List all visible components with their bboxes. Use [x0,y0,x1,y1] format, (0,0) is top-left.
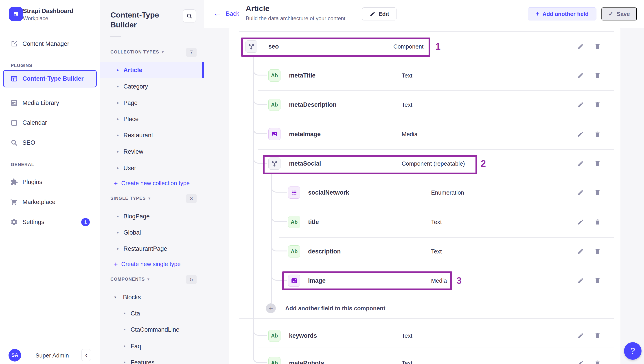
collection-types-header[interactable]: COLLECTION TYPES ▾ [110,49,164,55]
annotation-number-1: 1 [435,41,440,52]
sidebar-item-media-library[interactable]: Media Library [0,96,100,110]
sidebar-item-calendar[interactable]: Calendar [0,116,100,129]
delete-field-button[interactable] [594,332,601,339]
enumeration-field-icon [288,187,300,199]
delete-field-button[interactable] [594,72,601,79]
field-row-seo: seo Component [229,41,620,53]
sidebar-item-content-type-builder[interactable]: Content-Type Builder [0,72,100,85]
sidebar-item-label: Marketplace [22,199,56,206]
delete-field-button[interactable] [594,160,601,167]
add-field-to-component-button[interactable]: + [266,303,276,313]
text-field-icon: Ab [268,99,280,111]
strapi-dashboard: Strapi Dashboard Workplace Content Manag… [0,0,644,364]
sidebar-item-settings[interactable]: Settings 1 [0,215,100,229]
main-sidebar: Strapi Dashboard Workplace Content Manag… [0,0,100,364]
single-types-header[interactable]: SINGLE TYPES ▾ [110,196,150,201]
delete-field-button[interactable] [594,360,601,364]
delete-field-button[interactable] [594,219,601,225]
edit-field-button[interactable] [577,332,584,339]
delete-field-button[interactable] [594,248,601,255]
nav-group-blocks[interactable]: ▾ Blocks [100,291,204,304]
row-separator [279,208,614,208]
field-row-metadescription: Ab metaDescription Text [229,99,620,111]
edit-field-button[interactable] [577,360,584,364]
bullet-icon: • [117,132,119,139]
strapi-logo[interactable] [9,7,23,21]
nav-item-blogpage[interactable]: • BlogPage [100,210,204,223]
annotation-number-3: 3 [456,275,462,286]
avatar[interactable]: SA [8,349,21,361]
edit-field-button[interactable] [577,43,584,50]
edit-field-button[interactable] [577,248,584,255]
create-collection-type-link[interactable]: + Create new collection type [114,180,190,187]
edit-field-button[interactable] [577,277,584,284]
sidebar-divider [0,340,100,340]
content-header: ← Back Article Build the data architectu… [204,0,644,28]
field-row-socialnetwork: socialNetwork Enumeration [229,187,620,199]
plus-icon: + [269,304,273,312]
search-button[interactable] [183,10,196,23]
nav-item-global[interactable]: • Global [100,226,204,239]
puzzle-icon [10,178,18,186]
nav-item-place[interactable]: • Place [100,112,204,126]
add-field-to-component-label[interactable]: Add another field to this component [285,305,385,312]
field-row-metarobots: Ab metaRobots Text [229,357,620,364]
edit-field-button[interactable] [577,72,584,79]
create-single-type-link[interactable]: + Create new single type [114,261,181,268]
media-field-icon [288,275,300,287]
delete-field-button[interactable] [594,131,601,137]
edit-field-button[interactable] [577,160,584,167]
nav-item-cta[interactable]: • Cta [100,307,204,320]
edit-field-button[interactable] [577,131,584,137]
components-header[interactable]: COMPONENTS ▾ [110,277,150,282]
back-link[interactable]: Back [226,10,239,17]
sidebar-item-label: Content-Type Builder [22,75,84,82]
search-icon [186,13,192,19]
collapse-sidebar-button[interactable]: ‹ [82,349,91,361]
bullet-icon: • [117,148,119,155]
bullet-icon: • [117,245,119,252]
sidebar-item-plugins[interactable]: Plugins [0,175,100,189]
nav-item-review[interactable]: • Review [100,145,204,158]
chevron-down-icon: ▾ [114,295,116,300]
edit-field-button[interactable] [577,189,584,196]
field-row-image: image Media [229,275,620,287]
sidebar-item-label: Calendar [22,119,47,126]
sidebar-section-plugins: PLUGINS [11,63,32,68]
nav-item-restaurant[interactable]: • Restaurant [100,128,204,142]
delete-field-button[interactable] [594,277,601,284]
sidebar-item-label: Plugins [22,179,42,186]
sidebar-item-label: Settings [22,219,44,226]
delete-field-button[interactable] [594,43,601,50]
chevron-left-icon: ‹ [85,352,87,358]
bullet-icon: • [117,229,119,236]
sidebar-item-marketplace[interactable]: Marketplace [0,195,100,209]
check-icon: ✓ [608,11,614,17]
edit-field-button[interactable] [577,101,584,108]
plus-icon: + [114,261,118,267]
chevron-down-icon: ▾ [148,277,150,281]
nav-item-features[interactable]: • Features [100,356,204,364]
field-row-metasocial: metaSocial Component (repeatable) [229,157,620,170]
edit-field-button[interactable] [577,219,584,225]
nav-item-article[interactable]: • Article [100,63,204,77]
help-button[interactable]: ? [624,342,642,360]
nav-item-category[interactable]: • Category [100,80,204,93]
save-button[interactable]: ✓ Save [601,8,637,21]
delete-field-button[interactable] [594,189,601,196]
sidebar-item-content-manager[interactable]: Content Manager [0,37,100,51]
nav-item-faq[interactable]: • Faq [100,339,204,353]
nav-item-restaurantpage[interactable]: • RestaurantPage [100,242,204,255]
single-types-count: 3 [186,194,196,203]
nav-item-page[interactable]: • Page [100,96,204,110]
add-another-field-button[interactable]: + Add another field [528,8,596,21]
nav-item-user[interactable]: • User [100,161,204,175]
nav-item-ctacommandline[interactable]: • CtaCommandLine [100,323,204,336]
collection-types-count: 7 [186,48,196,57]
sidebar-item-seo[interactable]: SEO [0,136,100,149]
delete-field-button[interactable] [594,101,601,108]
bullet-icon: • [117,100,119,106]
shopping-cart-icon [10,198,18,206]
field-row-metatitle: Ab metaTitle Text [229,69,620,82]
edit-button[interactable]: Edit [362,8,396,21]
